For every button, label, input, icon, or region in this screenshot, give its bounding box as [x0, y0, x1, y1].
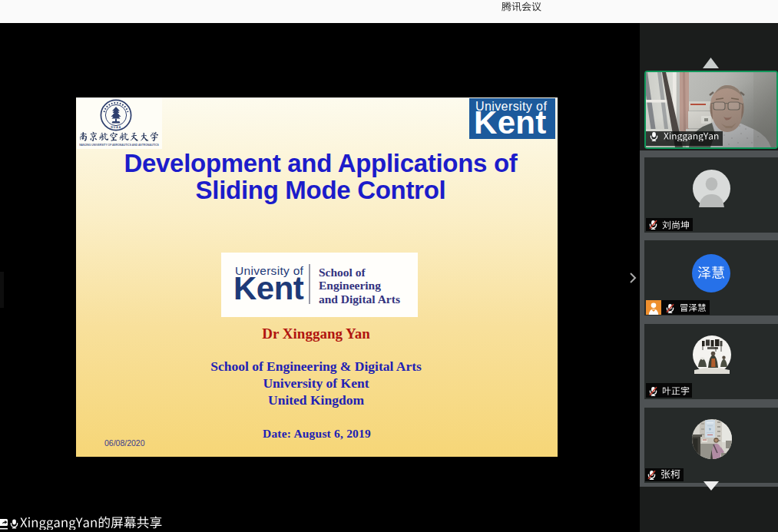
svg-text:NUAA: NUAA	[111, 126, 121, 129]
